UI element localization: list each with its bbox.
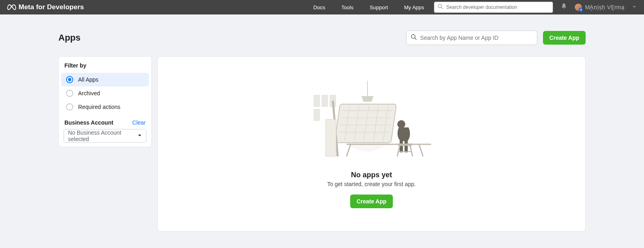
avatar: f	[575, 4, 582, 11]
empty-illustration	[311, 81, 432, 159]
top-nav: Meta for Developers Docs Tools Support M…	[0, 0, 644, 14]
radio-icon	[66, 90, 73, 97]
nav-search[interactable]	[434, 2, 553, 13]
facebook-badge-icon: f	[579, 8, 583, 12]
empty-title: No apps yet	[351, 171, 392, 179]
nav-search-input[interactable]	[446, 4, 549, 10]
meta-logo-icon	[7, 4, 16, 10]
search-icon	[438, 4, 443, 11]
nav-links: Docs Tools Support My Apps	[313, 4, 424, 10]
svg-point-0	[438, 4, 442, 8]
radio-icon	[66, 76, 73, 83]
brand-text: Meta for Developers	[19, 3, 84, 11]
nav-link-myapps[interactable]: My Apps	[404, 4, 424, 10]
chevron-down-icon	[137, 133, 142, 139]
brand[interactable]: Meta for Developers	[7, 3, 84, 11]
svg-rect-8	[314, 109, 320, 121]
business-account-value: No Business Account selected	[68, 129, 137, 142]
page-header: Apps Create App	[58, 31, 586, 45]
svg-line-22	[347, 144, 351, 156]
svg-rect-5	[314, 95, 320, 107]
svg-point-24	[397, 120, 405, 128]
nav-link-support[interactable]: Support	[369, 4, 388, 10]
svg-rect-9	[334, 104, 396, 143]
business-account-header: Business Account Clear	[61, 114, 149, 129]
user-name: MA̱ṇịṣḥ VE̱rmạ	[585, 4, 625, 10]
notifications-icon[interactable]	[560, 3, 568, 12]
svg-rect-26	[405, 140, 408, 152]
svg-line-1	[441, 7, 443, 9]
filter-all-apps[interactable]: All Apps	[61, 73, 149, 86]
clear-link[interactable]: Clear	[132, 119, 146, 126]
filter-required-actions[interactable]: Required actions	[61, 100, 149, 114]
nav-link-docs[interactable]: Docs	[313, 4, 325, 10]
empty-subtitle: To get started, create your first app.	[327, 181, 416, 187]
app-search-input[interactable]	[420, 35, 533, 41]
main-panel: No apps yet To get started, create your …	[157, 56, 586, 232]
radio-icon	[66, 103, 73, 111]
filter-archived[interactable]: Archived	[61, 86, 149, 100]
filter-label: All Apps	[78, 76, 99, 83]
filter-sidebar: Filter by All Apps Archived Required act…	[58, 56, 152, 147]
page-title: Apps	[58, 33, 80, 43]
filter-title: Filter by	[61, 62, 149, 73]
filter-label: Required actions	[78, 104, 120, 110]
filter-label: Archived	[78, 90, 100, 96]
create-app-button-empty[interactable]: Create App	[350, 195, 393, 208]
nav-link-tools[interactable]: Tools	[341, 4, 353, 10]
chevron-down-icon[interactable]	[632, 4, 637, 11]
app-search[interactable]	[406, 31, 537, 45]
search-icon	[411, 34, 417, 42]
svg-rect-27	[398, 143, 412, 146]
create-app-button[interactable]: Create App	[543, 31, 586, 45]
user-menu[interactable]: f MA̱ṇịṣḥ VE̱rmạ	[575, 4, 625, 11]
svg-line-23	[419, 144, 423, 156]
business-account-select[interactable]: No Business Account selected	[64, 129, 147, 143]
svg-rect-6	[322, 95, 328, 107]
svg-line-3	[415, 38, 416, 40]
svg-point-2	[411, 35, 415, 38]
business-account-label: Business Account	[64, 119, 114, 126]
svg-rect-20	[326, 119, 336, 156]
